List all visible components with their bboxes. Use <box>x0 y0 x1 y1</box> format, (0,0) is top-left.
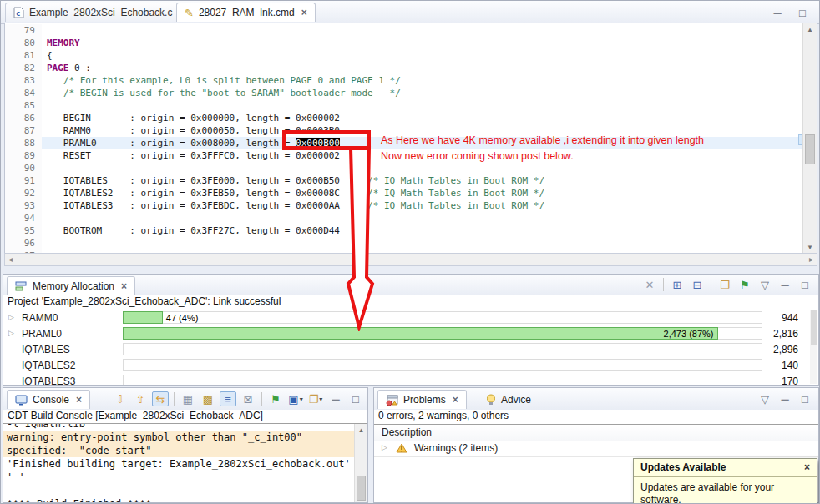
pin-view-icon[interactable]: ⚑ <box>736 277 753 292</box>
line-number: 88 <box>5 137 42 149</box>
tab-ram-lnk-cmd[interactable]: ✎ 28027_RAM_lnk.cmd × <box>176 3 316 22</box>
scrollbar-thumb[interactable] <box>805 134 815 164</box>
collapse-all-icon[interactable]: ⊟ <box>689 277 706 292</box>
code-line[interactable]: 80MEMORY <box>5 37 817 49</box>
minimize-view-icon[interactable]: ─ <box>777 391 793 406</box>
close-icon[interactable]: × <box>76 394 82 406</box>
expand-arrow-icon[interactable]: ▷ <box>382 443 387 451</box>
scroll-lock-icon[interactable]: ⇆ <box>152 391 169 406</box>
editor-controls: ─□ <box>769 5 811 20</box>
view-menu-icon[interactable]: ▽ <box>757 277 773 292</box>
open-console-icon[interactable]: ❐▾ <box>307 391 324 406</box>
code-text <box>42 212 817 224</box>
console-icon <box>15 395 28 406</box>
pin-console-icon[interactable]: ⚑ <box>267 391 284 406</box>
scroll-up-icon[interactable]: ▴ <box>355 426 367 434</box>
scroll-up-icon[interactable]: ▴ <box>803 25 817 33</box>
clear-icon[interactable]: ✕ <box>641 277 658 292</box>
code-text: IQTABLES3 : origin = 0x3FEBDC, length = … <box>42 199 817 212</box>
expand-arrow-icon[interactable]: ▷ <box>8 313 14 321</box>
view-menu-icon[interactable]: ▽ <box>757 391 773 406</box>
line-number: 89 <box>5 149 42 162</box>
code-line[interactable]: 84 /* BEGIN is used for the "boot to SAR… <box>5 87 817 99</box>
scroll-right-icon[interactable]: ▸ <box>809 255 813 264</box>
tab-problems[interactable]: Problems × <box>377 390 467 409</box>
console-lines[interactable]: -l IQmath.libwarning: entry-point symbol… <box>3 424 354 502</box>
tab-label: Advice <box>501 394 531 406</box>
code-line[interactable]: 93 IQTABLES3 : origin = 0x3FEBDC, length… <box>5 199 817 212</box>
memory-region-name: RAMM0 <box>22 312 58 324</box>
problems-summary: 0 errors, 2 warnings, 0 others <box>374 410 818 425</box>
console-scrollbar[interactable]: ▴ <box>354 424 367 502</box>
scrollbar-thumb[interactable] <box>357 476 366 501</box>
code-line[interactable]: 94 <box>5 212 817 224</box>
code-line[interactable]: 96 <box>5 237 817 249</box>
clear-console-icon[interactable]: ⊠ <box>240 391 256 406</box>
tab-label: Example_2802xSci_Echoback.c <box>29 7 172 18</box>
scroll-down-icon[interactable]: ⇩ <box>112 391 129 406</box>
show-on-stderr-icon[interactable]: ▩ <box>200 391 216 406</box>
expand-arrow-icon[interactable]: ▷ <box>8 329 14 337</box>
tab-label: Problems <box>403 394 446 406</box>
scroll-left-icon[interactable]: ◂ <box>8 255 13 264</box>
tab-example-echoback-c[interactable]: c Example_2802xSci_Echoback.c <box>5 3 180 22</box>
close-icon[interactable]: × <box>453 394 458 406</box>
code-text: PAGE 0 : <box>42 62 817 74</box>
memory-row[interactable]: ▷PRAML02,473 (87%)2,816 <box>3 326 810 342</box>
close-icon[interactable]: × <box>301 7 307 18</box>
editor-horizontal-scrollbar[interactable]: ◂ ▸ <box>4 253 817 266</box>
scroll-down-icon[interactable]: ▾ <box>803 243 817 251</box>
line-number: 86 <box>5 112 42 124</box>
maximize-view-icon[interactable]: □ <box>797 277 813 292</box>
code-line[interactable]: 95 BOOTROM : origin = 0x3FF27C, length =… <box>5 224 817 237</box>
memory-tabbar: Memory Allocation × ✕⊞⊟❐⚑▽─□ <box>3 275 818 296</box>
code-line[interactable]: 92 IQTABLES2 : origin = 0x3FEB50, length… <box>5 187 817 199</box>
tab-console[interactable]: Console × <box>7 390 90 409</box>
load-memory-map-icon[interactable]: ❐ <box>716 277 733 292</box>
code-line[interactable]: 90 <box>5 162 817 174</box>
expand-all-icon[interactable]: ⊞ <box>669 277 686 292</box>
memory-row[interactable]: IQTABLES2,896 <box>3 342 810 358</box>
code-line[interactable]: 85 <box>5 99 817 112</box>
close-icon[interactable]: × <box>121 280 127 292</box>
word-wrap-icon[interactable]: ≡ <box>220 391 236 406</box>
memory-usage-bar: 2,473 (87%) <box>123 327 762 340</box>
annotation-highlight-rect <box>282 130 371 150</box>
maximize-view-icon[interactable]: □ <box>794 5 811 20</box>
description-column-header[interactable]: Description <box>374 425 818 441</box>
warnings-group-row[interactable]: ▷ Warnings (2 items) <box>374 441 818 457</box>
code-line[interactable]: 86 BEGIN : origin = 0x000000, length = 0… <box>5 112 817 124</box>
tab-advice[interactable]: Advice <box>478 390 539 409</box>
code-line[interactable]: 79 <box>5 24 817 37</box>
line-number: 80 <box>5 37 42 49</box>
code-text <box>42 162 817 174</box>
close-icon[interactable]: × <box>804 461 810 473</box>
scroll-up-icon[interactable]: ⇧ <box>132 391 149 406</box>
maximize-view-icon[interactable]: □ <box>797 391 813 406</box>
memory-row[interactable]: ▷RAMM047 (4%)944 <box>3 310 810 326</box>
updates-available-popup[interactable]: Updates Available × Updates are availabl… <box>633 458 817 504</box>
memory-scrollbar[interactable] <box>810 310 817 384</box>
show-on-stdout-icon[interactable]: ▦ <box>180 391 196 406</box>
cmd-file-icon: ✎ <box>185 7 194 19</box>
popup-body[interactable]: Updates are available for your software.… <box>634 477 817 504</box>
memory-toolbar: ✕⊞⊟❐⚑▽─□ <box>641 277 813 292</box>
code-line[interactable]: 82PAGE 0 : <box>5 62 817 74</box>
line-number: 95 <box>5 224 42 237</box>
minimize-view-icon[interactable]: ─ <box>327 391 344 406</box>
warning-icon <box>396 443 407 453</box>
code-line[interactable]: 83 /* For this example, L0 is split betw… <box>5 74 817 87</box>
memory-region-name: PRAML0 <box>22 328 62 340</box>
editor-vertical-scrollbar[interactable]: ▴ ▾ <box>802 23 817 253</box>
code-line[interactable]: 81{ <box>5 49 817 62</box>
code-line[interactable]: 91 IQTABLES : origin = 0x3FE000, length … <box>5 174 817 187</box>
memory-row[interactable]: IQTABLES2140 <box>3 358 810 374</box>
minimize-view-icon[interactable]: ─ <box>777 277 793 292</box>
display-console-icon[interactable]: ▣▾ <box>287 391 304 406</box>
tab-memory-allocation[interactable]: Memory Allocation × <box>7 276 135 295</box>
memory-row[interactable]: IQTABLES3170 <box>3 374 810 386</box>
code-text: /* For this example, L0 is split between… <box>42 74 817 87</box>
minimize-view-icon[interactable]: ─ <box>769 5 786 20</box>
scrollbar-thumb[interactable] <box>811 310 817 345</box>
maximize-view-icon[interactable]: □ <box>347 391 364 406</box>
